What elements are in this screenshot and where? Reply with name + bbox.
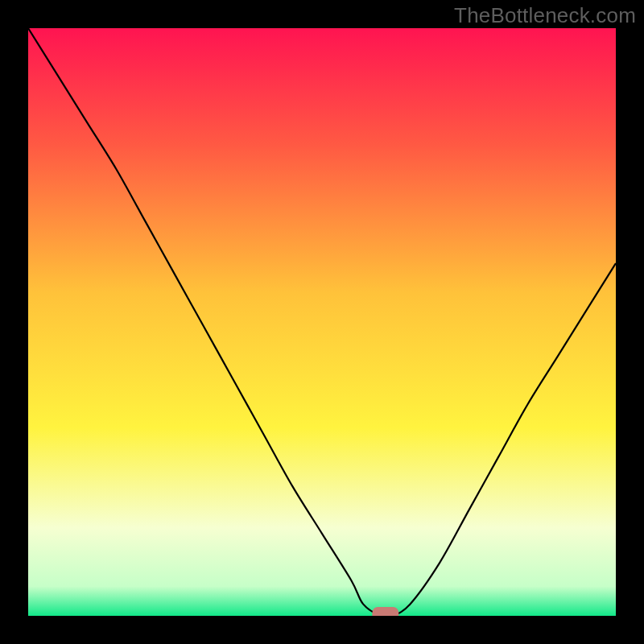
watermark-text: TheBottleneck.com <box>454 3 636 28</box>
bottleneck-chart <box>28 28 616 616</box>
optimal-point-marker <box>372 607 398 616</box>
chart-frame: TheBottleneck.com <box>0 0 644 644</box>
gradient-background <box>28 28 616 616</box>
plot-area <box>28 28 616 616</box>
